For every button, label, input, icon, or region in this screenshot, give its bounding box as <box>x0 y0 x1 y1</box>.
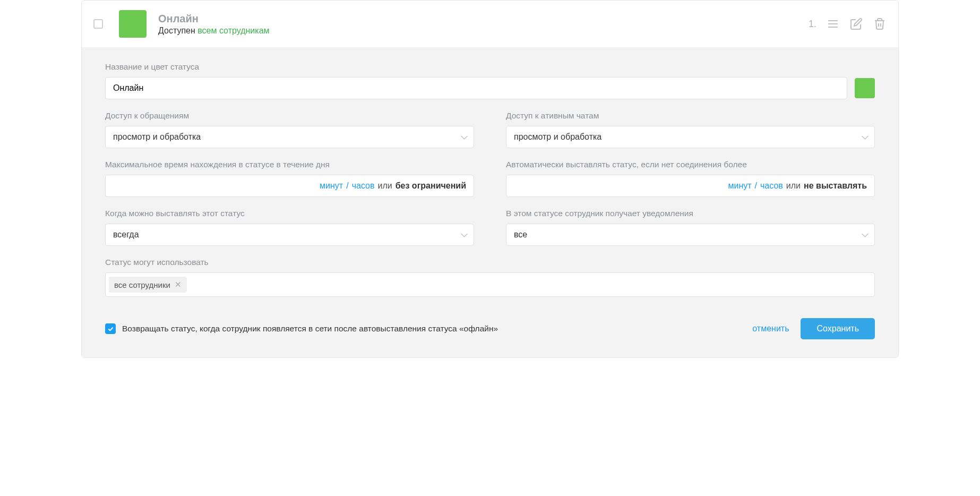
max-time-label: Максимальное время нахождения в статусе … <box>105 160 474 169</box>
color-swatch[interactable] <box>855 78 875 98</box>
status-title: Онлайн <box>158 12 809 25</box>
auto-offline-input[interactable]: минут / часов или не выставлять <box>506 175 875 197</box>
sub-prefix: Доступен <box>158 26 197 35</box>
hours-link[interactable]: часов <box>352 181 375 191</box>
notifications-select[interactable] <box>506 224 875 246</box>
tag-remove-icon[interactable]: ✕ <box>175 280 182 289</box>
minutes-link-2[interactable]: минут <box>728 181 751 191</box>
delete-icon[interactable] <box>873 17 887 31</box>
select-checkbox[interactable] <box>93 19 103 29</box>
sub-link[interactable]: всем сотрудникам <box>197 26 269 35</box>
notifications-label: В этом статусе сотрудник получает уведом… <box>506 209 875 218</box>
who-label: Статус могут использовать <box>105 258 875 267</box>
max-time-input[interactable]: минут / часов или без ограничений <box>105 175 474 197</box>
time-sep: / <box>346 181 348 191</box>
header-actions: 1. <box>809 17 887 31</box>
status-card: Онлайн Доступен всем сотрудникам 1. Назв… <box>81 0 899 358</box>
no-limit-option[interactable]: без ограничений <box>396 181 466 191</box>
or-text: или <box>377 181 392 191</box>
when-value[interactable] <box>105 224 474 246</box>
auto-offline-label: Автоматически выставлять статус, если не… <box>506 160 875 169</box>
access-requests-label: Доступ к обращениям <box>105 111 474 121</box>
card-body: Название и цвет статуса Доступ к обращен… <box>82 47 898 357</box>
access-requests-value[interactable] <box>105 126 474 148</box>
notifications-value[interactable] <box>506 224 875 246</box>
status-subtitle: Доступен всем сотрудникам <box>158 26 809 36</box>
save-button[interactable]: Сохранить <box>801 318 875 339</box>
or-text-2: или <box>786 181 801 191</box>
time-sep-2: / <box>755 181 757 191</box>
access-chats-value[interactable] <box>506 126 875 148</box>
when-label: Когда можно выставлять этот статус <box>105 209 474 218</box>
status-color-block <box>119 10 147 38</box>
no-set-option[interactable]: не выставлять <box>804 181 867 191</box>
return-status-checkbox-wrap[interactable]: Возвращать статус, когда сотрудник появл… <box>105 323 741 334</box>
order-number: 1. <box>809 19 816 30</box>
access-requests-select[interactable] <box>105 126 474 148</box>
hours-link-2[interactable]: часов <box>760 181 783 191</box>
form-footer: Возвращать статус, когда сотрудник появл… <box>105 318 875 339</box>
edit-icon[interactable] <box>849 17 863 31</box>
return-status-checkbox[interactable] <box>105 323 116 334</box>
who-tags-input[interactable]: все сотрудники ✕ <box>105 272 875 297</box>
return-status-label: Возвращать статус, когда сотрудник появл… <box>122 324 498 333</box>
header-text: Онлайн Доступен всем сотрудникам <box>158 12 809 36</box>
who-tag: все сотрудники ✕ <box>109 277 187 293</box>
access-chats-select[interactable] <box>506 126 875 148</box>
cancel-button[interactable]: отменить <box>741 319 801 339</box>
tag-label: все сотрудники <box>114 280 170 289</box>
name-label: Название и цвет статуса <box>105 62 875 72</box>
reorder-icon[interactable] <box>826 17 840 31</box>
access-chats-label: Доступ к ативным чатам <box>506 111 875 121</box>
status-name-input[interactable] <box>105 77 847 99</box>
when-select[interactable] <box>105 224 474 246</box>
card-header: Онлайн Доступен всем сотрудникам 1. <box>82 1 898 47</box>
minutes-link[interactable]: минут <box>320 181 343 191</box>
